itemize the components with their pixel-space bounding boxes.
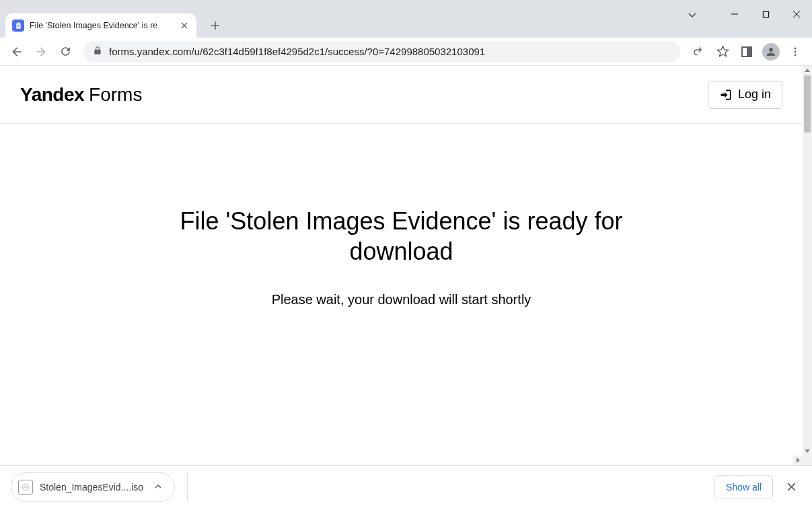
- site-header: Yandex Forms Log in: [0, 66, 803, 124]
- horizontal-scroll-arrow[interactable]: [793, 456, 803, 465]
- tab-close-icon[interactable]: [179, 20, 190, 31]
- download-item[interactable]: Stolen_ImagesEvid....iso: [11, 472, 175, 502]
- close-downloads-bar-icon[interactable]: [781, 477, 801, 497]
- page-content: File 'Stolen Images Evidence' is ready f…: [0, 124, 803, 307]
- vertical-scrollbar[interactable]: [803, 66, 812, 456]
- reload-button[interactable]: [54, 40, 77, 63]
- scrollbar-corner: [803, 456, 812, 465]
- window-maximize-button[interactable]: [750, 4, 781, 24]
- tab-search-chevron-icon[interactable]: [687, 9, 698, 20]
- svg-point-2: [795, 50, 797, 52]
- subtext: Please wait, your download will start sh…: [0, 292, 803, 307]
- back-button[interactable]: [5, 40, 28, 63]
- downloads-bar: Stolen_ImagesEvid....iso Show all: [0, 465, 812, 508]
- window-controls: [719, 0, 812, 28]
- download-filename: Stolen_ImagesEvid....iso: [40, 482, 143, 493]
- browser-toolbar: forms.yandex.com/u/62c3f14d59f1f8ef4295d…: [0, 38, 812, 66]
- url-text: forms.yandex.com/u/62c3f14d59f1f8ef4295d…: [109, 46, 485, 57]
- page-viewport: Yandex Forms Log in File 'Stolen Images …: [0, 66, 803, 465]
- iso-file-icon: [18, 480, 33, 495]
- svg-point-4: [23, 484, 29, 490]
- browser-titlebar: File 'Stolen Images Evidence' is re: [0, 0, 812, 38]
- brand-light: Forms: [89, 84, 142, 106]
- download-chevron-up-icon[interactable]: [154, 481, 165, 493]
- svg-rect-0: [763, 11, 768, 17]
- login-label: Log in: [738, 87, 771, 102]
- site-logo[interactable]: Yandex Forms: [20, 84, 142, 106]
- brand-bold: Yandex: [20, 84, 84, 106]
- profile-avatar[interactable]: [760, 40, 782, 63]
- window-minimize-button[interactable]: [719, 4, 750, 24]
- svg-point-1: [795, 47, 797, 49]
- tab-favicon-clipboard-icon: [12, 20, 24, 32]
- share-icon[interactable]: [687, 40, 710, 63]
- forward-button: [30, 40, 52, 63]
- side-panel-icon[interactable]: [735, 40, 758, 63]
- window-close-button[interactable]: [781, 4, 812, 24]
- lock-icon: [93, 46, 102, 58]
- login-icon: [719, 88, 733, 102]
- bookmark-star-icon[interactable]: [711, 40, 734, 63]
- downloads-separator: [187, 472, 188, 502]
- login-button[interactable]: Log in: [708, 81, 782, 109]
- new-tab-button[interactable]: [206, 16, 225, 35]
- svg-point-5: [25, 486, 26, 487]
- browser-tab[interactable]: File 'Stolen Images Evidence' is re: [5, 13, 196, 38]
- scrollbar-thumb[interactable]: [804, 75, 811, 133]
- address-bar[interactable]: forms.yandex.com/u/62c3f14d59f1f8ef4295d…: [83, 41, 680, 63]
- tab-title: File 'Stolen Images Evidence' is re: [30, 21, 175, 30]
- show-all-downloads-button[interactable]: Show all: [714, 475, 773, 499]
- headline: File 'Stolen Images Evidence' is ready f…: [166, 206, 637, 266]
- chrome-menu-icon[interactable]: [784, 40, 807, 63]
- svg-point-3: [795, 54, 797, 56]
